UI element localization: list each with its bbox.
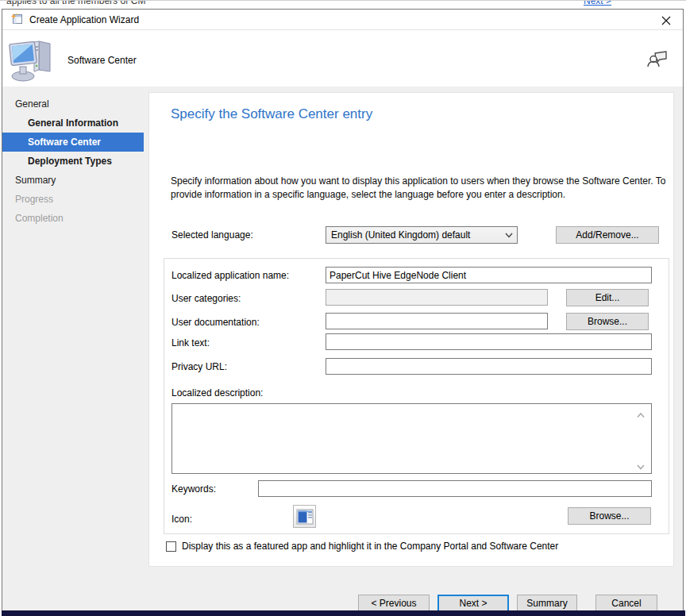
selected-language-label: Selected language:	[172, 229, 253, 241]
user-documentation-label: User documentation:	[172, 317, 260, 328]
featured-checkbox[interactable]	[166, 541, 176, 552]
user-categories-input	[326, 289, 548, 306]
feedback-person-icon[interactable]	[646, 47, 669, 72]
page-title: Specify the Software Center entry	[171, 106, 372, 122]
wizard-window-icon	[10, 13, 23, 29]
icon-label: Icon:	[172, 514, 192, 525]
keywords-input[interactable]	[258, 480, 652, 497]
wizard-header: Software Center	[2, 31, 683, 87]
scroll-up-icon[interactable]	[636, 408, 647, 419]
localized-application-name-input[interactable]	[326, 267, 652, 283]
titlebar: Create Application Wizard	[2, 10, 683, 30]
background-window-strip: applies to all the members of CM Next >	[0, 0, 686, 9]
content-area: General General Information Software Cen…	[2, 87, 683, 611]
wizard-header-product-title: Software Center	[67, 55, 137, 66]
close-icon[interactable]	[659, 13, 673, 28]
browse-icon-button[interactable]: Browse...	[568, 507, 651, 525]
sidebar-item-general[interactable]: General	[2, 94, 144, 114]
link-text-label: Link text:	[172, 337, 210, 348]
page-pane: Specify the Software Center entry Specif…	[148, 92, 674, 567]
edit-categories-button[interactable]: Edit...	[566, 289, 649, 306]
sidebar-item-summary[interactable]: Summary	[2, 171, 144, 190]
background-text-fragment: applies to all the members of CM	[6, 0, 145, 6]
selected-language-select[interactable]: English (United Kingdom) default	[326, 226, 518, 244]
page-description: Specify information about how you want t…	[171, 175, 671, 201]
sidebar-item-deployment-types[interactable]: Deployment Types	[2, 152, 144, 171]
featured-app-checkbox-row: Display this as a featured app and highl…	[166, 541, 558, 552]
chevron-down-icon	[505, 233, 513, 238]
localized-description-textarea[interactable]	[172, 403, 652, 474]
link-text-input[interactable]	[326, 333, 652, 350]
localized-application-name-label: Localized application name:	[172, 270, 289, 281]
wizard-sidebar: General General Information Software Cen…	[2, 94, 144, 228]
user-documentation-input[interactable]	[326, 313, 548, 329]
sidebar-item-general-information[interactable]: General Information	[2, 114, 144, 133]
create-application-wizard-window: Create Application Wizard	[2, 9, 684, 616]
application-icon-preview	[293, 505, 316, 528]
background-link-fragment: Next >	[584, 0, 611, 6]
selected-language-value: English (United Kingdom) default	[331, 229, 470, 241]
keywords-label: Keywords:	[172, 483, 216, 495]
screen: applies to all the members of CM Next > …	[0, 0, 686, 616]
privacy-url-label: Privacy URL:	[172, 361, 227, 372]
user-categories-label: User categories:	[172, 293, 241, 304]
browse-documentation-button[interactable]: Browse...	[566, 313, 649, 330]
scroll-down-icon[interactable]	[636, 460, 647, 471]
sidebar-item-software-center[interactable]: Software Center	[2, 133, 144, 152]
software-center-computer-icon	[9, 33, 60, 87]
sidebar-item-completion: Completion	[2, 209, 144, 228]
localized-description-label: Localized description:	[172, 387, 263, 398]
window-bottom-edge	[2, 610, 685, 616]
privacy-url-input[interactable]	[326, 358, 652, 375]
window-title: Create Application Wizard	[29, 14, 139, 25]
featured-checkbox-label: Display this as a featured app and highl…	[182, 541, 558, 552]
add-remove-language-button[interactable]: Add/Remove...	[556, 226, 659, 244]
sidebar-item-progress: Progress	[2, 190, 144, 209]
